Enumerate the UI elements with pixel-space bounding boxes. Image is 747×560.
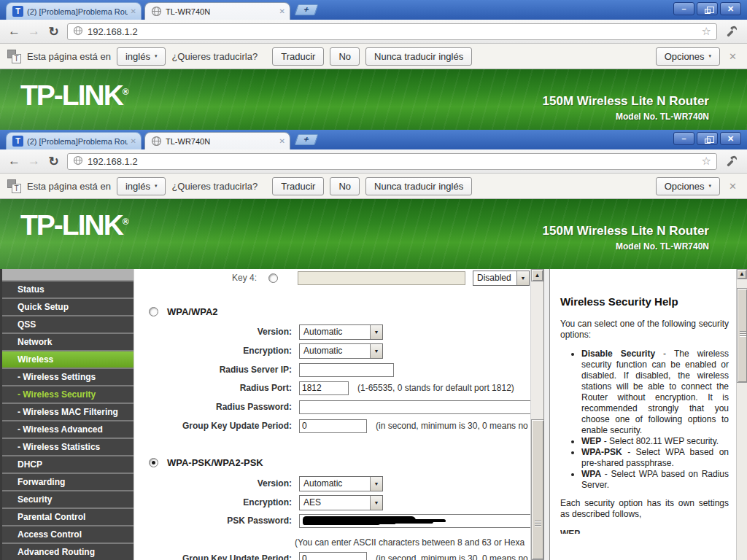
radius-password-input[interactable] <box>299 400 543 414</box>
new-tab-button[interactable]: + <box>295 4 319 15</box>
translate-button[interactable]: Traducir <box>272 177 324 195</box>
wpa-radio[interactable] <box>149 307 158 316</box>
options-label: Opciones <box>665 51 705 62</box>
language-value: inglés <box>125 51 150 62</box>
tab-bar: T (2) [Problema]Problema Route ✕ TL-WR74… <box>0 130 747 149</box>
sidebar-item-quick-setup[interactable]: Quick Setup <box>2 299 133 315</box>
scroll-up-button[interactable]: ▲ <box>737 269 747 279</box>
back-button[interactable]: ← <box>4 22 24 42</box>
select-arrow-icon[interactable]: ▼ <box>516 271 529 285</box>
tplink-logo: TP-LINK® <box>20 209 129 241</box>
sidebar-item-wireless-security[interactable]: - Wireless Security <box>2 386 133 402</box>
reload-button[interactable]: ↻ <box>44 22 63 42</box>
scroll-up-button[interactable]: ▲ <box>531 269 543 281</box>
tab-problema[interactable]: T (2) [Problema]Problema Route ✕ <box>6 132 142 149</box>
tab-problema[interactable]: T (2) [Problema]Problema Route ✕ <box>6 2 142 20</box>
translate-bar-close-icon[interactable]: ✕ <box>729 181 737 192</box>
psk-password-row: PSK Password: <box>134 513 543 529</box>
sidebar-item-wireless-statistics[interactable]: - Wireless Statistics <box>2 439 133 455</box>
bookmark-star-icon[interactable]: ☆ <box>702 25 711 38</box>
close-button[interactable]: ✕ <box>720 2 741 15</box>
translate-icon-front: T <box>12 184 21 193</box>
select-arrow-icon[interactable]: ▼ <box>370 496 382 510</box>
help-bullet-list: Disable Security - The wireless security… <box>560 349 729 491</box>
key4-type-select[interactable]: Disabled ▼ <box>473 271 530 286</box>
scrollbar-thumb[interactable] <box>531 419 543 560</box>
site-globe-icon <box>73 26 83 38</box>
help-bullet-wpa-psk: WPA-PSK - Select WPA based on pre-shared… <box>581 447 729 469</box>
tab-close-icon[interactable]: ✕ <box>279 7 285 15</box>
options-button[interactable]: Opciones ▾ <box>656 47 720 66</box>
menu-wrench-icon[interactable] <box>721 22 743 41</box>
sidebar-item-dhcp[interactable]: DHCP <box>2 456 133 472</box>
forward-button[interactable]: → <box>24 152 44 171</box>
sidebar-item-wireless-settings[interactable]: - Wireless Settings <box>2 369 133 385</box>
forward-button[interactable]: → <box>24 22 44 42</box>
menu-wrench-icon[interactable] <box>721 152 743 171</box>
scrollbar-thumb[interactable] <box>737 288 747 383</box>
reload-button[interactable]: ↻ <box>44 152 63 171</box>
sidebar-item-security[interactable]: Security <box>2 491 133 508</box>
no-button[interactable]: No <box>330 177 360 195</box>
never-translate-button[interactable]: Nunca traducir inglés <box>365 177 472 195</box>
bookmark-star-icon[interactable]: ☆ <box>702 155 711 168</box>
tab-bar: T (2) [Problema]Problema Route ✕ TL-WR74… <box>0 0 747 20</box>
globe-favicon <box>151 136 162 147</box>
sidebar-item-status[interactable]: Status <box>2 281 133 298</box>
help-bullet-disable: Disable Security - The wireless security… <box>581 349 729 436</box>
address-bar[interactable]: 192.168.1.2 ☆ <box>67 23 717 40</box>
radius-port-label: Radius Port: <box>134 383 292 393</box>
psk-group-key-input[interactable] <box>299 552 367 560</box>
tab-router[interactable]: TL-WR740N ✕ <box>144 2 290 20</box>
psk-version-select[interactable]: Automatic ▼ <box>299 476 383 491</box>
chevron-down-icon: ▾ <box>709 53 712 59</box>
sidebar-item-qss[interactable]: QSS <box>2 316 133 332</box>
sidebar-item-parental-control[interactable]: Parental Control <box>2 509 133 525</box>
language-select[interactable]: inglés ▾ <box>117 47 166 66</box>
select-arrow-icon[interactable]: ▼ <box>370 325 382 339</box>
select-arrow-icon[interactable]: ▼ <box>370 477 382 491</box>
radius-ip-input[interactable] <box>299 363 394 377</box>
minimize-button[interactable]: – <box>673 132 694 145</box>
psk-encryption-select[interactable]: AES ▼ <box>299 495 383 510</box>
site-globe-icon <box>73 155 83 168</box>
tab-close-icon[interactable]: ✕ <box>131 137 136 145</box>
restore-button[interactable] <box>697 2 718 15</box>
wpa-encryption-select[interactable]: Automatic ▼ <box>299 343 383 359</box>
sidebar-item-wireless-advanced[interactable]: - Wireless Advanced <box>2 421 133 438</box>
language-select[interactable]: inglés ▾ <box>117 177 166 195</box>
close-button[interactable]: ✕ <box>720 132 741 145</box>
sidebar-item-wireless[interactable]: Wireless <box>2 351 133 368</box>
sidebar-item-access-control[interactable]: Access Control <box>2 526 133 542</box>
translate-bar-close-icon[interactable]: ✕ <box>729 51 737 62</box>
tab-close-icon[interactable]: ✕ <box>131 7 136 15</box>
back-button[interactable]: ← <box>4 152 24 171</box>
minimize-button[interactable]: – <box>673 2 694 15</box>
key4-label: Key 4: <box>134 273 257 283</box>
version-label: Version: <box>134 327 292 337</box>
wpa-group-key-input[interactable] <box>299 419 367 433</box>
no-button[interactable]: No <box>330 47 360 66</box>
radius-port-input[interactable] <box>299 381 349 395</box>
key4-radio[interactable] <box>268 273 278 283</box>
sidebar-item-forwarding[interactable]: Forwarding <box>2 474 133 490</box>
translate-button[interactable]: Traducir <box>272 47 324 66</box>
restore-button[interactable] <box>697 132 718 145</box>
never-translate-button[interactable]: Nunca traducir inglés <box>365 47 472 66</box>
sidebar-item-wireless-mac-filtering[interactable]: - Wireless MAC Filtering <box>2 404 133 420</box>
product-title: 150M Wireless Lite N Router <box>543 94 709 109</box>
help-partial-heading: WEP <box>560 529 729 534</box>
key4-input[interactable] <box>298 271 465 285</box>
help-intro: You can select one of the following secu… <box>560 319 729 341</box>
wpa-version-select[interactable]: Automatic ▼ <box>299 324 383 340</box>
tab-close-icon[interactable]: ✕ <box>279 137 285 145</box>
sidebar-item-network[interactable]: Network <box>2 334 133 350</box>
wpa-psk-radio[interactable] <box>149 458 158 467</box>
options-button[interactable]: Opciones ▾ <box>656 177 720 195</box>
wpa-encryption-value: Automatic <box>303 346 365 356</box>
new-tab-button[interactable]: + <box>295 134 319 145</box>
select-arrow-icon[interactable]: ▼ <box>370 344 382 358</box>
address-bar[interactable]: 192.168.1.2 ☆ <box>67 153 717 170</box>
tab-router[interactable]: TL-WR740N ✕ <box>144 132 290 149</box>
sidebar-item-advanced-routing[interactable]: Advanced Routing <box>2 544 133 560</box>
